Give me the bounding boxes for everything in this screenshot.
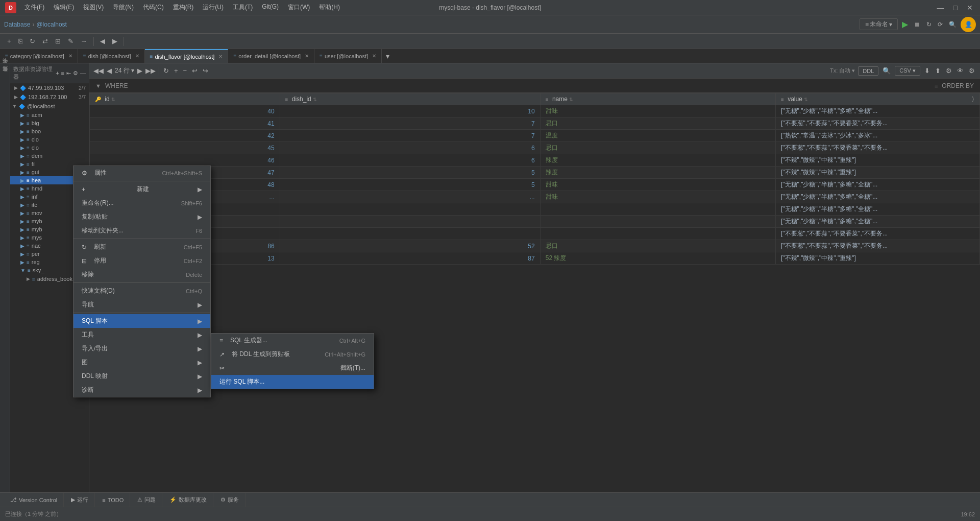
nav-next-button[interactable]: ▶ [137,67,142,75]
cm-navigate[interactable]: 导航 ▶ [74,298,210,312]
cm-import-export[interactable]: 导入/导出 ▶ [74,342,210,356]
cm-disable[interactable]: ⊟ 停用 Ctrl+F2 [74,254,210,268]
stop-button[interactable]: ⏹ [912,20,922,29]
db-boo[interactable]: ▶ ≡ boo [10,127,89,135]
tab-dish[interactable]: ≡ dish [@localhost] ✕ [78,49,145,63]
menu-view[interactable]: 视图(V) [79,2,108,13]
nav-last-button[interactable]: ▶▶ [145,67,156,75]
menu-window[interactable]: 窗口(W) [284,2,314,13]
undo-button[interactable]: ↩ [191,66,199,76]
sidebar-close-button[interactable]: — [80,70,86,77]
menu-help[interactable]: 帮助(H) [315,2,344,13]
bookmarks-label[interactable]: 书签 [1,63,10,72]
table-row[interactable]: 417忌口["不要葱","不要蒜","不要香菜","不要务... [90,117,980,130]
cm-copypaste[interactable]: 复制/粘贴 ▶ [74,210,210,224]
toolbar-rerun[interactable]: ⟳ [936,20,945,29]
col-value-expand[interactable]: ⟩ [972,96,974,103]
more-button[interactable]: ⚙ [968,66,976,76]
menu-file[interactable]: 文件(F) [20,2,48,13]
bottom-tab-run[interactable]: ▶ 运行 [65,493,95,507]
db-dem[interactable]: ▶ ≡ dem [10,152,89,160]
menu-git[interactable]: Git(G) [258,2,283,13]
bottom-tab-vcs[interactable]: ⎇ Version Control [4,493,64,507]
tab-order-close[interactable]: ✕ [305,53,309,59]
col-value[interactable]: ≡ value ⇅ ⟩ [776,93,980,105]
table-row[interactable]: 427温度["热饮","常温","去冰","少冰","多冰"... [90,130,980,142]
cm-tools[interactable]: 工具 ▶ [74,328,210,342]
bottom-tab-services[interactable]: ⚙ 服务 [214,493,246,507]
sub-run-sql[interactable]: 运行 SQL 脚本... [211,375,374,389]
db-clo1[interactable]: ▶ ≡ clo [10,135,89,144]
bottom-tab-issues[interactable]: ⚠ 问题 [131,493,162,507]
sidebar-menu-button[interactable]: ≡ [61,70,64,77]
refresh-db-button[interactable]: ↻ [27,36,38,46]
run-button[interactable]: ▶ [900,18,910,30]
add-row-button[interactable]: + [173,66,179,76]
menu-refactor[interactable]: 重构(R) [169,2,198,13]
redo-button[interactable]: ↪ [202,66,209,76]
cm-remove[interactable]: 移除 Delete [74,268,210,281]
col-name[interactable]: ≡ name ⇅ [540,93,775,105]
menu-nav[interactable]: 导航(N) [109,2,138,13]
nav-forward-button[interactable]: ▶ [109,36,120,46]
table-row[interactable]: ["无糖","少糖","半糖","多糖","全糖"... [90,203,980,216]
cm-rename[interactable]: 重命名(R)... Shift+F6 [74,196,210,210]
rows-info[interactable]: 24 行 ▾ [115,66,134,75]
preset-dropdown[interactable]: ≡ 未命名 ▾ [860,18,898,30]
cm-diagnose[interactable]: 诊断 ▶ [74,383,210,397]
menu-code[interactable]: 代码(C) [139,2,168,13]
table-row[interactable]: 4010甜味["无糖","少糖","半糖","多糖","全糖"... [90,105,980,117]
cm-sql-script[interactable]: SQL 脚本 ▶ [74,314,210,328]
tab-category[interactable]: ≡ category [@localhost] ✕ [0,49,78,63]
db-clo2[interactable]: ▶ ≡ clo [10,144,89,152]
tab-order-detail[interactable]: ≡ order_detail [@localhost] ✕ [228,49,314,63]
server-item-2[interactable]: ▶ 🔷 192.168.72.100 3/7 [10,92,89,102]
maximize-button[interactable]: □ [951,4,960,12]
sub-ddl-clipboard[interactable]: ↗ 将 DDL 生成到剪贴板 Ctrl+Alt+Shift+G [211,347,374,361]
bottom-tab-db-changes[interactable]: ⚡ 数据库更改 [163,493,213,507]
cm-ddl-mapping[interactable]: DDL 映射 ▶ [74,369,210,383]
search-button[interactable]: 🔍 [881,66,892,76]
database-vert-label[interactable]: 数据库 [1,72,10,80]
tab-dish-close[interactable]: ✕ [135,53,139,59]
sidebar-add-button[interactable]: + [56,70,59,77]
cm-properties[interactable]: ⚙ 属性 Ctrl+Alt+Shift+S [74,166,210,180]
sub-sql-generator[interactable]: ≡ SQL 生成器... Ctrl+Alt+G [211,334,374,347]
tab-dish-flavor-close[interactable]: ✕ [218,54,223,59]
table-row[interactable]: ......甜味["无糖","少糖","半糖","多糖","全糖"... [90,191,980,203]
cm-moveto[interactable]: 移动到文件夹... F6 [74,224,210,238]
col-dish-id[interactable]: ≡ dish_id ⇅ [280,93,540,105]
sidebar-settings-button[interactable]: ⚙ [73,70,78,77]
cm-refresh[interactable]: ↻ 刷新 Ctrl+F5 [74,240,210,254]
tab-user[interactable]: ≡ user [@localhost] ✕ [314,49,382,63]
cm-diagram[interactable]: 图 ▶ [74,356,210,369]
download-button[interactable]: ⬇ [923,66,931,76]
settings-button[interactable]: ⚙ [945,66,953,76]
menu-run[interactable]: 运行(U) [199,2,228,13]
tabs-more-button[interactable]: ▾ [382,52,394,60]
toolbar-search[interactable]: 🔍 [947,20,959,29]
csv-button[interactable]: CSV ▾ [895,66,920,76]
col-id[interactable]: 🔑 id ⇅ [90,93,280,105]
cm-quickdoc[interactable]: 快速文档(D) Ctrl+Q [74,284,210,298]
table-view-button[interactable]: ⊞ [52,36,64,46]
view-button[interactable]: 👁 [956,66,965,76]
table-row[interactable]: 466辣度["不辣","微辣","中辣","重辣"] [90,154,980,167]
server-item-1[interactable]: ▶ 🔷 47.99.169.103 2/7 [10,83,89,92]
user-avatar[interactable]: 👤 [961,17,976,32]
upload-button[interactable]: ⬆ [934,66,942,76]
copy-button[interactable]: ⎘ [15,36,26,46]
localhost-item[interactable]: ▼ 🔷 @localhost [10,102,89,111]
minimize-button[interactable]: — [935,4,946,12]
sub-truncate[interactable]: ✂ 截断(T)... [211,361,374,375]
tab-category-close[interactable]: ✕ [68,53,72,59]
refresh-data-button[interactable]: ↻ [162,66,170,76]
ddl-button[interactable]: DDL [858,66,878,76]
table-row[interactable]: 138752 辣度["不辣","微辣","中辣","重辣"] [90,252,980,265]
cm-new[interactable]: + 新建 ▶ [74,182,210,196]
tab-user-close[interactable]: ✕ [372,53,376,59]
nav-back-button[interactable]: ◀ [97,36,108,46]
bottom-tab-todo[interactable]: ≡ TODO [96,493,130,507]
nav-first-button[interactable]: ◀◀ [93,67,104,75]
add-db-button[interactable]: + [4,36,14,46]
